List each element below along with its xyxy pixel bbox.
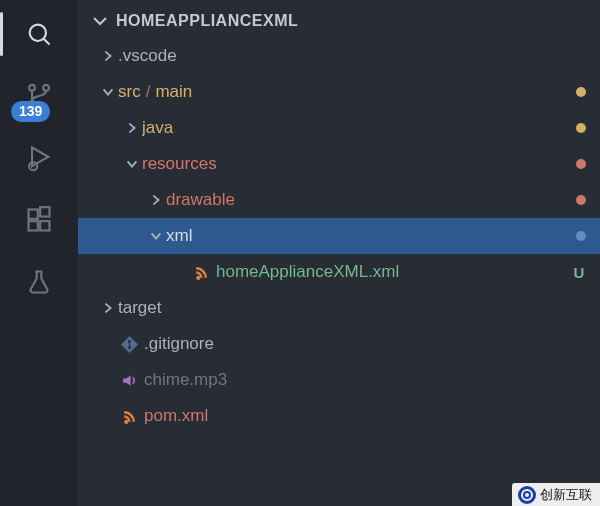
git-icon — [118, 336, 140, 353]
rss-orange-icon — [118, 408, 140, 425]
rss-orange-icon — [190, 264, 212, 281]
explorer-sidebar: HOMEAPPLIANCEXML .vscodesrc/mainjavareso… — [78, 0, 600, 506]
tree-label: pom.xml — [144, 406, 586, 426]
tree-label: java — [142, 118, 570, 138]
tree-row-target[interactable]: target — [78, 290, 600, 326]
status-dot — [576, 87, 586, 97]
tree-label: .gitignore — [144, 334, 586, 354]
tree-label: drawable — [166, 190, 570, 210]
tree-row-xml[interactable]: xml — [78, 218, 600, 254]
chevron-right-icon[interactable] — [98, 301, 118, 315]
watermark-text: 创新互联 — [540, 486, 592, 504]
svg-rect-8 — [29, 221, 38, 230]
tree-label: .vscode — [118, 46, 586, 66]
svg-rect-7 — [29, 210, 38, 219]
svg-point-3 — [43, 85, 49, 91]
tree-label: resources — [142, 154, 570, 174]
scm-badge: 139 — [11, 101, 50, 122]
svg-rect-10 — [40, 207, 49, 216]
explorer-section-header[interactable]: HOMEAPPLIANCEXML — [78, 8, 600, 38]
search-icon — [25, 20, 53, 48]
beaker-icon — [25, 268, 53, 296]
tree-row-gitignore[interactable]: .gitignore — [78, 326, 600, 362]
chevron-down-icon[interactable] — [146, 229, 166, 243]
activity-search[interactable] — [23, 18, 55, 50]
chevron-down-icon[interactable] — [98, 85, 118, 99]
tree-label: xml — [166, 226, 570, 246]
chevron-right-icon[interactable] — [98, 49, 118, 63]
tree-row-drawable[interactable]: drawable — [78, 182, 600, 218]
audio-icon — [118, 372, 140, 389]
tree-label: target — [118, 298, 586, 318]
status-dot — [576, 195, 586, 205]
tree-label: homeApplianceXML.xml — [216, 262, 572, 282]
tree-row-chime[interactable]: chime.mp3 — [78, 362, 600, 398]
tree-row-pom[interactable]: pom.xml — [78, 398, 600, 434]
svg-rect-9 — [40, 221, 49, 230]
tree-row-java[interactable]: java — [78, 110, 600, 146]
status-dot — [576, 123, 586, 133]
svg-line-1 — [44, 39, 50, 45]
play-bug-icon — [25, 144, 53, 172]
tree-row-resources[interactable]: resources — [78, 146, 600, 182]
chevron-right-icon[interactable] — [122, 121, 142, 135]
activity-extensions[interactable] — [23, 204, 55, 236]
watermark: 创新互联 — [512, 483, 600, 506]
activity-bar: 139 — [0, 0, 78, 506]
activity-run-debug[interactable] — [23, 142, 55, 174]
tree-label: chime.mp3 — [144, 370, 586, 390]
svg-point-0 — [30, 25, 46, 41]
status-dot — [576, 159, 586, 169]
tree-row-vscode[interactable]: .vscode — [78, 38, 600, 74]
chevron-down-icon[interactable] — [122, 157, 142, 171]
chevron-down-icon — [92, 13, 110, 29]
activity-source-control[interactable]: 139 — [23, 80, 55, 112]
status-dot — [576, 231, 586, 241]
tree-row-home-xml[interactable]: homeApplianceXML.xmlU — [78, 254, 600, 290]
svg-point-2 — [29, 85, 35, 91]
section-title: HOMEAPPLIANCEXML — [116, 12, 298, 30]
chevron-right-icon[interactable] — [146, 193, 166, 207]
file-tree: .vscodesrc/mainjavaresourcesdrawablexmlh… — [78, 38, 600, 434]
tree-row-src-main[interactable]: src/main — [78, 74, 600, 110]
tree-label: src/main — [118, 82, 570, 102]
watermark-logo-icon — [518, 486, 536, 504]
git-status-letter: U — [572, 264, 586, 281]
extensions-icon — [25, 206, 53, 234]
activity-testing[interactable] — [23, 266, 55, 298]
